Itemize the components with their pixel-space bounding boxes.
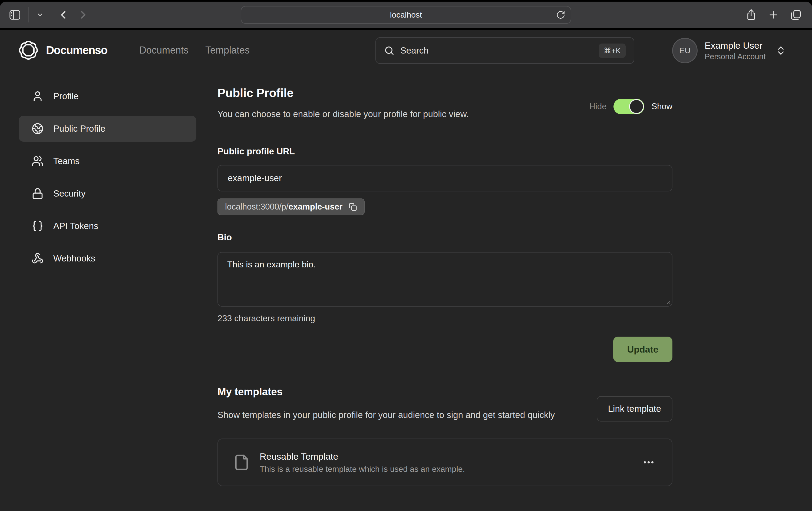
nav-templates[interactable]: Templates [205, 44, 250, 56]
user-info: Example User Personal Account [705, 39, 766, 62]
nav-documents[interactable]: Documents [139, 44, 188, 56]
profile-url-input[interactable] [218, 165, 672, 191]
braces-icon [32, 220, 44, 232]
copy-profile-url-button[interactable]: localhost:3000/p/example-user [218, 199, 365, 215]
chevrons-up-down-icon [776, 45, 786, 56]
template-description: This is a reusable template which is use… [260, 464, 631, 474]
sidebar-item-api-tokens[interactable]: API Tokens [19, 213, 196, 239]
profile-url-label: Public profile URL [218, 146, 672, 156]
link-template-button[interactable]: Link template [597, 396, 672, 421]
sidebar-item-label: Security [53, 188, 85, 199]
new-tab-button[interactable] [767, 9, 779, 21]
sidebar-item-label: Webhooks [53, 253, 95, 264]
sidebar-item-teams[interactable]: Teams [19, 148, 196, 174]
my-templates-description: Show templates in your public profile fo… [218, 408, 591, 422]
template-options-button[interactable] [640, 456, 657, 469]
update-button[interactable]: Update [613, 337, 672, 362]
toggle-show-label: Show [651, 102, 672, 111]
toolbar-divider [28, 7, 29, 23]
sidebar-item-public-profile[interactable]: Public Profile [19, 116, 196, 142]
globe-icon [32, 123, 44, 134]
public-profile-settings: Public Profile You can choose to enable … [196, 71, 812, 486]
chevron-left-icon [57, 9, 69, 21]
sidebar-menu-button[interactable] [36, 11, 44, 19]
sidebar-toggle-icon [9, 9, 21, 20]
tabs-icon [790, 9, 802, 21]
profile-visibility-toggle[interactable] [613, 99, 644, 114]
settings-sidebar: Profile Public Profile Teams Security [0, 71, 196, 486]
user-menu[interactable]: EU Example User Personal Account [672, 30, 786, 71]
chevron-right-icon [77, 9, 90, 21]
chevron-down-icon [36, 11, 44, 19]
file-icon [233, 454, 250, 471]
user-icon [32, 90, 44, 102]
user-account-type: Personal Account [705, 51, 766, 62]
sidebar-toggle-button[interactable] [9, 9, 21, 20]
tab-overview-button[interactable] [790, 9, 802, 21]
template-info: Reusable Template This is a reusable tem… [260, 451, 631, 474]
browser-toolbar: localhost [0, 2, 812, 28]
sidebar-item-webhooks[interactable]: Webhooks [19, 245, 196, 271]
bio-textarea[interactable]: This is an example bio. [218, 252, 672, 307]
bio-label: Bio [218, 232, 672, 242]
characters-remaining: 233 characters remaining [218, 313, 672, 323]
documenso-logo-icon [18, 40, 39, 61]
search-icon [384, 46, 395, 56]
sidebar-item-label: Public Profile [53, 124, 106, 134]
profile-url-preview: localhost:3000/p/example-user [225, 202, 342, 212]
app-header: Documenso Documents Templates ⌘+K EU Exa… [0, 30, 812, 71]
address-bar-url: localhost [390, 10, 422, 20]
page-title: Public Profile [218, 86, 469, 100]
sidebar-item-security[interactable]: Security [19, 181, 196, 207]
share-button[interactable] [746, 9, 757, 21]
template-card: Reusable Template This is a reusable tem… [218, 439, 672, 486]
ellipsis-icon [642, 456, 655, 469]
share-icon [746, 9, 757, 21]
search-box[interactable]: ⌘+K [375, 37, 634, 64]
template-name: Reusable Template [260, 451, 631, 462]
my-templates-title: My templates [218, 386, 591, 398]
brand-name: Documenso [46, 44, 107, 57]
sidebar-item-profile[interactable]: Profile [19, 83, 196, 109]
sidebar-item-label: API Tokens [53, 221, 98, 231]
avatar: EU [672, 38, 698, 63]
main-nav: Documents Templates [139, 44, 250, 56]
search-input[interactable] [400, 46, 593, 56]
search-shortcut-badge: ⌘+K [599, 43, 626, 58]
brand[interactable]: Documenso [18, 40, 107, 61]
section-divider [218, 132, 672, 132]
plus-icon [767, 9, 779, 21]
copy-icon [348, 203, 357, 211]
webhook-icon [32, 252, 44, 264]
sidebar-item-label: Profile [53, 91, 79, 101]
forward-button[interactable] [77, 9, 90, 21]
reload-button[interactable] [556, 10, 565, 20]
back-button[interactable] [57, 9, 69, 21]
user-name: Example User [705, 39, 766, 51]
address-bar[interactable]: localhost [241, 6, 571, 24]
lock-icon [32, 188, 44, 200]
page-description: You can choose to enable or disable your… [218, 109, 469, 119]
toggle-thumb [629, 99, 644, 114]
reload-icon [556, 10, 565, 20]
toggle-hide-label: Hide [589, 102, 607, 111]
sidebar-item-label: Teams [53, 156, 80, 166]
visibility-toggle-row: Hide Show [589, 94, 672, 119]
users-icon [32, 155, 44, 167]
documenso-app: Documenso Documents Templates ⌘+K EU Exa… [0, 30, 812, 511]
